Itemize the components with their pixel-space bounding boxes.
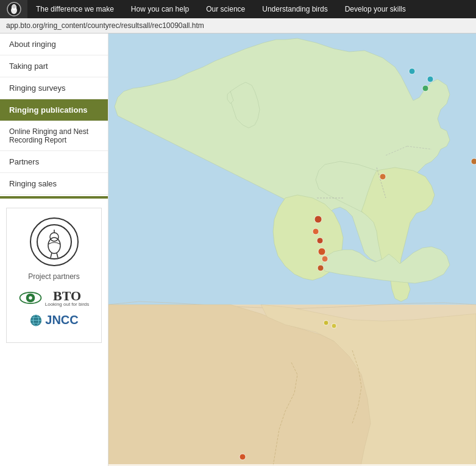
sidebar-item-ringing-sales[interactable]: Ringing sales <box>0 173 108 195</box>
jncc-text: JNCC <box>45 313 78 327</box>
sidebar-item-online-report[interactable]: Online Ringing and Nest Recording Report <box>0 121 108 151</box>
jncc-logo[interactable]: JNCC <box>13 313 95 327</box>
bto-subtitle: Looking out for birds <box>45 302 90 307</box>
map-svg <box>108 34 476 466</box>
sidebar-item-partners[interactable]: Partners <box>0 151 108 173</box>
svg-point-3 <box>12 5 16 9</box>
nav-item-difference[interactable]: The difference we make <box>27 0 123 18</box>
nav-item-science[interactable]: Our science <box>197 0 254 18</box>
main-layout: About ringing Taking part Ringing survey… <box>0 34 476 466</box>
sidebar-item-ringing-publications[interactable]: Ringing publications <box>0 99 108 121</box>
svg-point-5 <box>48 238 60 253</box>
sidebar-item-about-ringing[interactable]: About ringing <box>0 34 108 55</box>
partner-label: Project partners <box>13 272 95 281</box>
map-container: Encountered here in: Winter (Nov-Feb); S… <box>108 34 476 466</box>
nav-item-skills[interactable]: Develop your skills <box>336 0 414 18</box>
address-bar[interactable]: app.bto.org/ring_content/countyrec/resul… <box>0 18 476 34</box>
sidebar-item-ringing-surveys[interactable]: Ringing surveys <box>0 77 108 99</box>
sidebar-divider <box>0 196 108 199</box>
partner-bird-icon <box>30 217 79 266</box>
svg-line-9 <box>57 253 58 258</box>
nav-item-help[interactable]: How you can help <box>123 0 197 18</box>
partner-box: Project partners BTO Looking out for bir… <box>6 208 102 343</box>
svg-point-6 <box>50 233 59 241</box>
site-logo[interactable] <box>0 0 27 18</box>
svg-point-12 <box>29 296 32 300</box>
nav-item-birds[interactable]: Understanding birds <box>254 0 336 18</box>
sidebar-item-taking-part[interactable]: Taking part <box>0 55 108 77</box>
bto-logo[interactable]: BTO Looking out for birds <box>13 288 95 307</box>
sidebar: About ringing Taking part Ringing survey… <box>0 34 108 466</box>
svg-line-8 <box>51 253 52 258</box>
top-nav: The difference we make How you can help … <box>0 0 476 18</box>
url-text: app.bto.org/ring_content/countyrec/resul… <box>6 21 204 30</box>
